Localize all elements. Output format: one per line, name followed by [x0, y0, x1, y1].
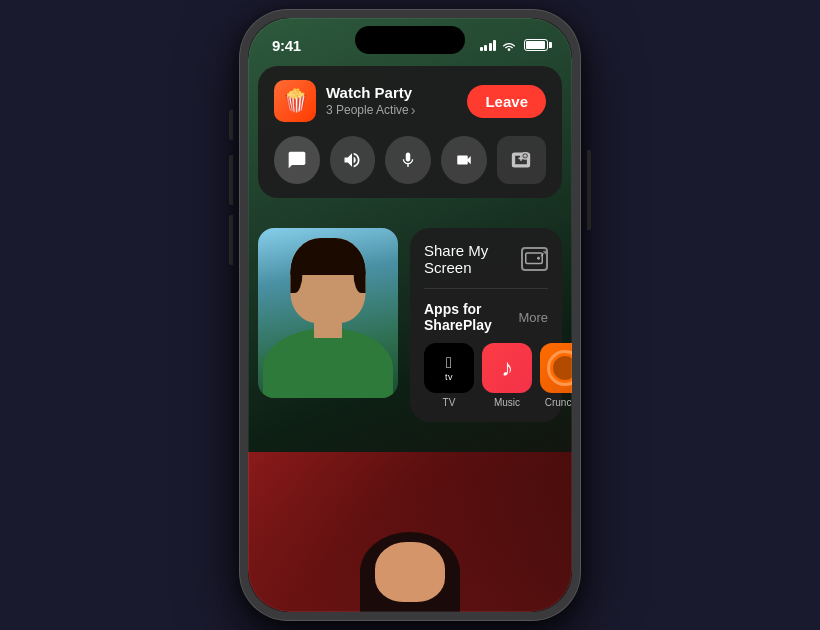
battery-fill: [526, 41, 545, 49]
wifi-icon: [501, 39, 517, 51]
apps-grid:  tv TV ♪ Music: [424, 343, 548, 408]
tv-text: tv: [445, 372, 453, 382]
phone-wrapper: 9:41: [240, 10, 580, 620]
bottom-person: [248, 472, 572, 612]
phone-frame: 9:41: [240, 10, 580, 620]
music-app-item[interactable]: ♪ Music: [482, 343, 532, 408]
more-button[interactable]: More: [518, 310, 548, 325]
bar-1: [480, 47, 483, 51]
side-btn-vol-down: [229, 215, 233, 265]
shareplay-panel: Share My Screen Apps for SharePlay More: [410, 228, 562, 422]
person-face-bg: [258, 228, 398, 398]
apple-symbol: : [446, 355, 452, 371]
status-icons: [480, 39, 549, 51]
crunchyroll-app-label: Crunch...: [545, 397, 572, 408]
watch-party-info: Watch Party 3 People Active: [326, 84, 415, 118]
bottom-video-tile: [248, 452, 572, 612]
share-screen-row[interactable]: Share My Screen: [424, 242, 548, 289]
leave-button[interactable]: Leave: [467, 85, 546, 118]
watch-party-left: 🍿 Watch Party 3 People Active: [274, 80, 415, 122]
watch-party-icon: 🍿: [274, 80, 316, 122]
music-app-icon: ♪: [482, 343, 532, 393]
watch-party-header: 🍿 Watch Party 3 People Active Leave: [274, 80, 546, 122]
bottom-person-face: [375, 542, 445, 602]
tv-app-icon:  tv: [424, 343, 474, 393]
watch-party-subtitle: 3 People Active: [326, 102, 415, 118]
person-hair-sides-right: [354, 243, 366, 293]
person-shoulders: [263, 328, 393, 398]
svg-rect-1: [526, 253, 543, 264]
status-time: 9:41: [272, 37, 301, 54]
watch-party-title: Watch Party: [326, 84, 415, 102]
controls-row: [274, 136, 546, 184]
share-screen-label: Share My Screen: [424, 242, 521, 276]
dynamic-island: [355, 26, 465, 54]
share-screen-icon: [521, 247, 548, 271]
bar-2: [484, 45, 487, 51]
speaker-button[interactable]: [330, 136, 376, 184]
music-note-icon: ♪: [501, 354, 513, 382]
microphone-button[interactable]: [385, 136, 431, 184]
person-head: [291, 238, 366, 323]
apps-header: Apps for SharePlay More: [424, 301, 548, 333]
side-btn-silent: [229, 110, 233, 140]
apple-tv-logo:  tv: [445, 355, 453, 382]
share-screen-small-button[interactable]: [497, 136, 546, 184]
tv-app-label: TV: [443, 397, 456, 408]
signal-icon: [480, 39, 497, 51]
crunchyroll-logo: [547, 350, 572, 386]
crunchyroll-app-item[interactable]: Crunch...: [540, 343, 572, 408]
apps-title: Apps for SharePlay: [424, 301, 518, 333]
camera-button[interactable]: [441, 136, 487, 184]
crunchyroll-inner: [553, 356, 572, 380]
crunchyroll-app-icon: [540, 343, 572, 393]
person-hair-sides-left: [291, 243, 303, 293]
side-btn-power: [587, 150, 591, 230]
tv-app-item[interactable]:  tv TV: [424, 343, 474, 408]
side-btn-vol-up: [229, 155, 233, 205]
facetime-panel: 🍿 Watch Party 3 People Active Leave: [258, 66, 562, 198]
bar-4: [493, 40, 496, 51]
screen: 9:41: [248, 18, 572, 612]
music-app-label: Music: [494, 397, 520, 408]
message-button[interactable]: [274, 136, 320, 184]
left-video-tile: [258, 228, 398, 398]
bar-3: [489, 43, 492, 51]
battery-icon: [524, 39, 548, 51]
